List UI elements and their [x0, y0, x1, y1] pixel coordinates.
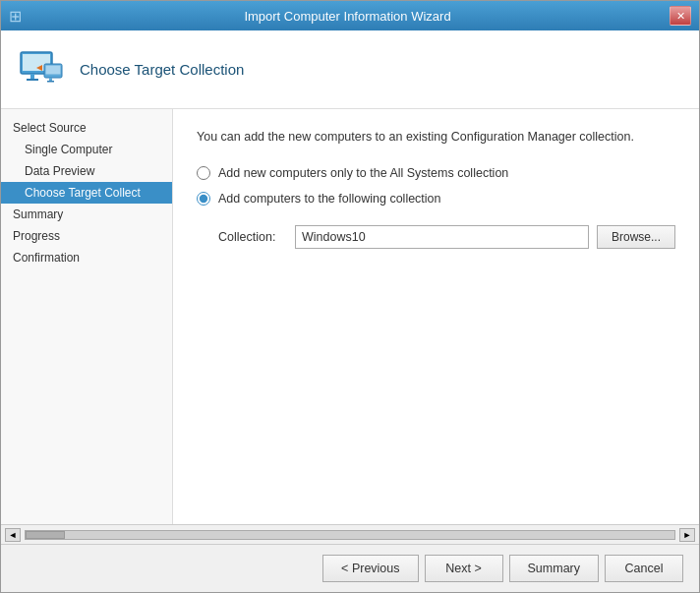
close-button[interactable]: ✕	[670, 6, 691, 26]
radio-option2[interactable]	[197, 192, 210, 206]
radio-option2-text: Add computers to the following collectio…	[218, 192, 441, 206]
radio-option1-text: Add new computers only to the All System…	[218, 166, 508, 180]
radio-option2-label[interactable]: Add computers to the following collectio…	[197, 192, 675, 206]
sidebar-item-select-source[interactable]: Select Source	[1, 117, 172, 139]
svg-rect-7	[47, 81, 54, 83]
collection-label: Collection:	[218, 230, 287, 244]
scroll-right-button[interactable]: ►	[679, 528, 695, 542]
svg-rect-6	[49, 78, 52, 81]
summary-button[interactable]: Summary	[509, 555, 599, 582]
svg-rect-5	[46, 65, 61, 74]
radio-option1[interactable]	[197, 166, 210, 180]
sidebar-item-confirmation[interactable]: Confirmation	[1, 247, 172, 268]
title-bar-controls: ✕	[670, 6, 691, 26]
description-text: You can add the new computers to an exis…	[197, 129, 675, 147]
cancel-button[interactable]: Cancel	[605, 555, 683, 582]
window-title: Import Computer Information Wizard	[26, 9, 670, 24]
radio-option1-label[interactable]: Add new computers only to the All System…	[197, 166, 675, 180]
window-body: Choose Target Collection Select Source S…	[1, 30, 699, 592]
sidebar-item-choose-target[interactable]: Choose Target Collect	[1, 182, 172, 204]
sidebar: Select Source Single Computer Data Previ…	[1, 109, 173, 524]
main-content: You can add the new computers to an exis…	[173, 109, 699, 524]
header-title: Choose Target Collection	[80, 61, 244, 78]
header-area: Choose Target Collection	[1, 30, 699, 109]
svg-rect-3	[27, 79, 38, 81]
collection-input[interactable]	[295, 225, 589, 249]
scrollbar-area: ◄ ►	[1, 524, 699, 544]
sidebar-item-progress[interactable]: Progress	[1, 225, 172, 247]
next-button[interactable]: Next >	[425, 555, 503, 582]
sidebar-item-summary[interactable]: Summary	[1, 204, 172, 225]
sidebar-item-single-computer[interactable]: Single Computer	[1, 139, 172, 160]
header-icon	[17, 46, 64, 93]
title-bar: ⊞ Import Computer Information Wizard ✕	[1, 1, 699, 30]
bottom-bar: < Previous Next > Summary Cancel	[1, 544, 699, 592]
browse-button[interactable]: Browse...	[597, 225, 675, 249]
previous-button[interactable]: < Previous	[322, 555, 418, 582]
sidebar-item-data-preview[interactable]: Data Preview	[1, 160, 172, 182]
content-area: Select Source Single Computer Data Previ…	[1, 109, 699, 524]
window-icon: ⊞	[9, 7, 22, 26]
wizard-window: ⊞ Import Computer Information Wizard ✕	[0, 0, 700, 593]
scrollbar-track[interactable]	[25, 530, 675, 540]
scrollbar-thumb[interactable]	[26, 531, 65, 539]
radio-group: Add new computers only to the All System…	[197, 166, 675, 206]
collection-row: Collection: Browse...	[218, 225, 675, 249]
svg-rect-2	[30, 74, 34, 79]
scroll-left-button[interactable]: ◄	[5, 528, 21, 542]
